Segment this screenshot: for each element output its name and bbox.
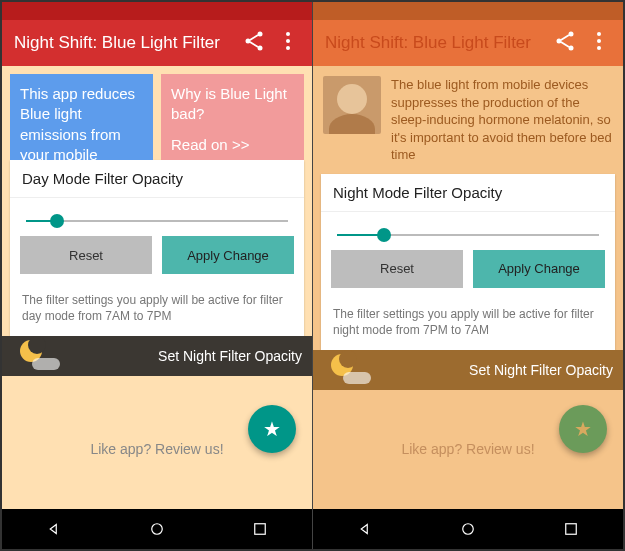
app-bar: Night Shift: Blue Light Filter: [313, 20, 623, 66]
testimonial-text: The blue light from mobile devices suppr…: [391, 76, 613, 164]
svg-point-3: [286, 32, 290, 36]
reset-button[interactable]: Reset: [20, 236, 152, 274]
svg-point-12: [597, 39, 601, 43]
share-icon[interactable]: [553, 29, 577, 57]
svg-point-13: [597, 46, 601, 50]
star-icon: ★: [574, 417, 592, 441]
svg-point-4: [286, 39, 290, 43]
panel-hint: The filter settings you apply will be ac…: [10, 284, 304, 336]
nav-recent-button[interactable]: [250, 519, 270, 539]
testimonial-avatar: [323, 76, 381, 134]
night-filter-label: Set Night Filter Opacity: [158, 348, 302, 364]
overflow-menu-icon[interactable]: [276, 29, 300, 57]
status-bar: [313, 2, 623, 20]
status-bar: [2, 2, 312, 20]
svg-rect-7: [255, 524, 266, 535]
nav-back-button[interactable]: [355, 519, 375, 539]
panel-heading: Night Mode Filter Opacity: [321, 174, 615, 212]
panel-hint: The filter settings you apply will be ac…: [321, 298, 615, 350]
opacity-panel: Day Mode Filter Opacity Reset Apply Chan…: [10, 160, 304, 336]
opacity-slider[interactable]: [26, 220, 288, 222]
nav-bar: [313, 509, 623, 549]
nav-bar: [2, 509, 312, 549]
night-filter-bar[interactable]: Set Night Filter Opacity: [2, 336, 312, 376]
info-card-title: Why is Blue Light bad?: [171, 85, 287, 122]
slider-thumb[interactable]: [377, 228, 391, 242]
review-fab[interactable]: ★: [559, 405, 607, 453]
info-card-why[interactable]: Why is Blue Light bad? Read on >>: [161, 74, 304, 160]
reset-button[interactable]: Reset: [331, 250, 463, 288]
svg-point-5: [286, 46, 290, 50]
night-filter-bar[interactable]: Set Night Filter Opacity: [313, 350, 623, 390]
nav-home-button[interactable]: [147, 519, 167, 539]
nav-back-button[interactable]: [44, 519, 64, 539]
svg-rect-15: [566, 524, 577, 535]
star-icon: ★: [263, 417, 281, 441]
slider-thumb[interactable]: [50, 214, 64, 228]
app-title: Night Shift: Blue Light Filter: [325, 33, 543, 53]
apply-change-button[interactable]: Apply Change: [473, 250, 605, 288]
share-icon[interactable]: [242, 29, 266, 57]
opacity-slider[interactable]: [337, 234, 599, 236]
overflow-menu-icon[interactable]: [587, 29, 611, 57]
app-bar: Night Shift: Blue Light Filter: [2, 20, 312, 66]
nav-home-button[interactable]: [458, 519, 478, 539]
read-on-link[interactable]: Read on >>: [171, 135, 294, 155]
testimonial-card: The blue light from mobile devices suppr…: [313, 66, 623, 174]
info-card-text: This app reduces Blue light emissions fr…: [20, 85, 135, 160]
svg-point-6: [152, 524, 163, 535]
svg-point-14: [463, 524, 474, 535]
panel-heading: Day Mode Filter Opacity: [10, 160, 304, 198]
opacity-panel: Night Mode Filter Opacity Reset Apply Ch…: [321, 174, 615, 350]
cloud-icon: [32, 358, 60, 370]
nav-recent-button[interactable]: [561, 519, 581, 539]
svg-point-11: [597, 32, 601, 36]
review-fab[interactable]: ★: [248, 405, 296, 453]
cloud-icon: [343, 372, 371, 384]
info-card-reduces: This app reduces Blue light emissions fr…: [10, 74, 153, 160]
apply-change-button[interactable]: Apply Change: [162, 236, 294, 274]
night-filter-label: Set Night Filter Opacity: [469, 362, 613, 378]
app-title: Night Shift: Blue Light Filter: [14, 33, 232, 53]
